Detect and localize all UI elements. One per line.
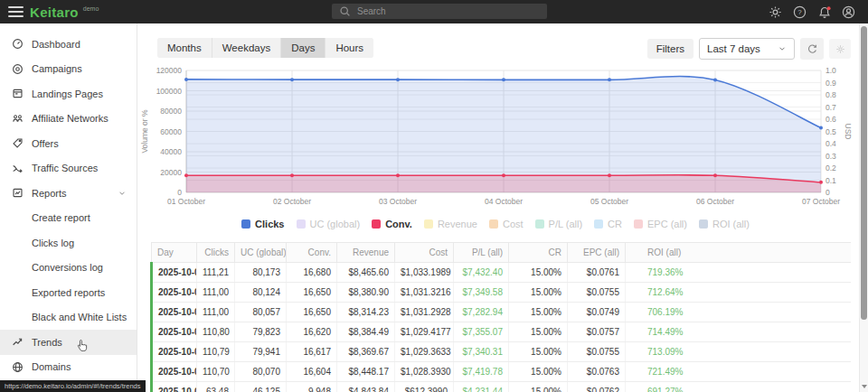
svg-text:0.9: 0.9 (826, 79, 836, 88)
legend-item-roi-all[interactable]: ROI (all) (699, 219, 750, 229)
refresh-button[interactable] (800, 38, 824, 60)
svg-text:1.0: 1.0 (826, 66, 836, 75)
legend-label: UC (global) (310, 219, 361, 229)
menu-icon[interactable] (8, 6, 24, 17)
sidebar-item-black-white-lists[interactable]: Black and White Lists (0, 305, 137, 331)
legend-item-cr[interactable]: CR (594, 219, 622, 229)
svg-text:0.2: 0.2 (826, 163, 836, 173)
settings-icon[interactable] (769, 5, 782, 19)
legend-item-p-l-all[interactable]: P/L (all) (535, 219, 583, 229)
column-header-conv[interactable]: Conv. (287, 243, 337, 263)
cell-conv: 16,650 (287, 303, 337, 322)
sidebar-item-domains[interactable]: Domains (0, 355, 137, 380)
dashboard-icon (12, 38, 24, 50)
cell-conv: 16,604 (287, 362, 337, 382)
tab-weekdays[interactable]: Weekdays (212, 38, 281, 58)
sidebar-item-offers[interactable]: Offers (0, 131, 137, 156)
affiliate-networks-icon (12, 113, 24, 125)
sidebar-item-create-report[interactable]: Create report (0, 206, 137, 231)
sidebar-item-label: Traffic Sources (32, 163, 98, 173)
cell-p-l-all: $4,231.44 (454, 382, 509, 392)
cell-uc-global: 80,070 (235, 362, 287, 382)
legend-item-cost[interactable]: Cost (489, 219, 524, 229)
column-header-revenue[interactable]: Revenue (337, 243, 395, 263)
table-header-row: DayClicksUC (global)Conv.RevenueCostP/L … (152, 243, 852, 263)
cell-conv: 16,617 (287, 342, 337, 362)
svg-text:Volume or %: Volume or % (140, 109, 149, 154)
legend-swatch (699, 219, 708, 229)
sidebar-item-label: Offers (32, 138, 59, 149)
cell-day: 2025-10-07 (152, 382, 197, 392)
sidebar-item-landings-pages[interactable]: Landings Pages (0, 81, 137, 107)
cell-cost: $612.3990 (395, 382, 454, 392)
legend-item-clicks[interactable]: Clicks (241, 219, 284, 229)
cell-cost: $1,031.3216 (395, 283, 454, 303)
legend-item-revenue[interactable]: Revenue (424, 219, 477, 229)
sidebar-item-clicks-log[interactable]: Clicks log (0, 230, 137, 256)
scrollbar-thumb[interactable] (861, 26, 867, 320)
column-header-day[interactable]: Day (152, 243, 197, 263)
legend-item-epc-all[interactable]: EPC (all) (634, 219, 687, 229)
sidebar-item-label: Reports (32, 188, 67, 199)
sidebar-item-conversions-log[interactable]: Conversions log (0, 256, 137, 281)
column-header-uc-global[interactable]: UC (global) (235, 243, 287, 263)
svg-text:06 October: 06 October (696, 197, 734, 206)
sidebar-item-label: Trends (32, 337, 62, 348)
svg-text:60000: 60000 (160, 127, 182, 136)
notifications-icon[interactable] (817, 5, 831, 19)
column-header-clicks[interactable]: Clicks (197, 243, 235, 263)
column-header-cost[interactable]: Cost (395, 243, 454, 263)
status-url: https://demo.keitaro.io/admin/#!/trends/… (0, 380, 146, 392)
tab-days[interactable]: Days (281, 38, 326, 58)
trends-chart: 02000040000600008000010000012000000.10.2… (138, 63, 859, 210)
legend-item-conv[interactable]: Conv. (372, 219, 412, 229)
cell-roi-all: 713.09% (626, 342, 852, 362)
search-input[interactable] (357, 6, 529, 16)
filters-button[interactable]: Filters (647, 39, 693, 59)
cell-epc-all: $0.0757 (568, 322, 626, 342)
cell-epc-all: $0.0762 (568, 382, 626, 392)
cell-roi-all: 712.64% (626, 283, 852, 303)
chevron-down-icon (778, 44, 787, 53)
scrollbar-down-arrow[interactable] (862, 385, 867, 388)
legend-label: Cost (503, 219, 524, 229)
sidebar-item-dashboard[interactable]: Dashboard (0, 32, 137, 57)
refresh-icon (807, 43, 818, 55)
cell-cr: 15.00% (509, 322, 568, 342)
legend-item-uc-global[interactable]: UC (global) (297, 219, 361, 229)
svg-text:0.5: 0.5 (826, 127, 836, 136)
sidebar-item-reports[interactable]: Reports (0, 181, 137, 206)
cell-clicks: 111,00 (197, 303, 235, 322)
cell-revenue: $8,369.67 (337, 342, 395, 362)
legend-label: Clicks (255, 219, 284, 229)
chart-settings-button[interactable] (829, 39, 851, 59)
svg-text:01 October: 01 October (167, 197, 205, 206)
sidebar-item-label: Domains (32, 361, 71, 372)
table-row: 2025-10-05110,7979,94116,617$8,369.67$1,… (152, 342, 852, 362)
profile-icon[interactable] (842, 5, 855, 19)
legend-label: Revenue (438, 219, 477, 229)
cell-cost: $1,033.1989 (395, 263, 454, 283)
cell-roi-all: 721.49% (626, 362, 852, 382)
trends-chart-svg: 02000040000600008000010000012000000.10.2… (138, 63, 859, 210)
tab-months[interactable]: Months (157, 38, 212, 58)
cell-cr: 15.00% (509, 283, 568, 303)
sidebar-item-campaigns[interactable]: Campaigns (0, 57, 137, 82)
tab-hours[interactable]: Hours (326, 38, 373, 58)
sidebar-item-traffic-sources[interactable]: Traffic Sources (0, 156, 137, 182)
sidebar-item-exported-reports[interactable]: Exported reports (0, 280, 137, 305)
cell-epc-all: $0.0755 (568, 283, 626, 303)
sidebar-item-affiliate-networks[interactable]: Affiliate Networks (0, 107, 137, 132)
sidebar-item-trends[interactable]: Trends (0, 330, 137, 355)
search-box[interactable] (332, 4, 547, 19)
cell-cr: 15.00% (509, 342, 568, 362)
column-header-cr[interactable]: CR (509, 243, 568, 263)
date-range-select[interactable]: Last 7 days (699, 38, 795, 60)
help-icon[interactable]: ? (793, 5, 807, 19)
scrollbar-track[interactable] (859, 23, 868, 392)
cell-clicks: 63,48 (197, 382, 235, 392)
column-header-roi-all[interactable]: ROI (all) (626, 243, 852, 263)
column-header-epc-all[interactable]: EPC (all) (568, 243, 626, 263)
column-header-p-l-all[interactable]: P/L (all) (454, 243, 509, 263)
svg-text:USD: USD (844, 124, 853, 140)
